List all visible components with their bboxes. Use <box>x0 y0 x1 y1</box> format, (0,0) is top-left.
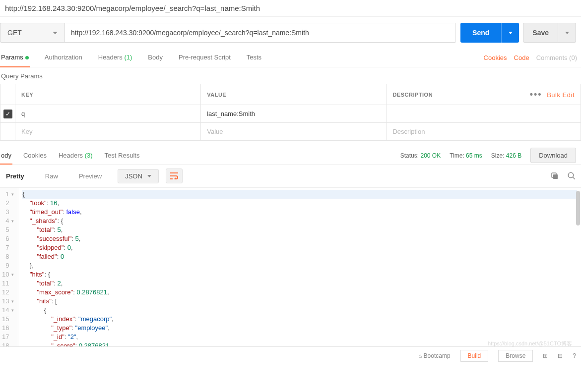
response-body: 1▾234▾5678910▾111213▾14▾15161718 { "took… <box>0 188 581 346</box>
watermark: https://blog.csdn.net/@51CTO博客 <box>488 340 572 347</box>
active-dot-icon <box>25 56 29 59</box>
table-row-empty <box>0 123 581 141</box>
code-line: "took": 16, <box>22 199 577 208</box>
search-icon[interactable] <box>567 171 576 180</box>
tab-prerequest[interactable]: Pre-request Script <box>178 49 232 67</box>
bulk-edit-link[interactable]: Bulk Edit <box>547 91 575 99</box>
view-raw[interactable]: Raw <box>41 169 62 183</box>
title-url: http://192.168.243.30:9200/megacorp/empl… <box>0 0 581 17</box>
send-dropdown[interactable] <box>501 23 519 43</box>
chevron-down-icon <box>565 32 569 34</box>
resp-tab-cookies[interactable]: Cookies <box>22 147 48 164</box>
view-row: Pretty Raw Preview JSON <box>0 165 581 188</box>
view-pretty[interactable]: Pretty <box>2 169 28 183</box>
bootcamp-link[interactable]: ⌂ Bootcamp <box>418 352 451 359</box>
time-meta: Time: 65 ms <box>450 152 482 159</box>
save-button[interactable]: Save <box>523 23 558 43</box>
code-line: "_shards": { <box>22 217 577 225</box>
code-line: "total": 5, <box>22 225 577 234</box>
copy-icon[interactable] <box>550 171 559 180</box>
col-description: DESCRIPTION ••• Bulk Edit <box>387 84 581 105</box>
url-input[interactable] <box>65 23 455 43</box>
code-line: "timed_out": false, <box>22 208 577 217</box>
chevron-down-icon <box>509 32 513 34</box>
footer-icon[interactable]: ⊞ <box>543 352 548 359</box>
response-header: ody Cookies Headers (3) Test Results Sta… <box>0 147 581 165</box>
size-meta: Size: 426 B <box>491 152 521 159</box>
params-table: KEY VALUE DESCRIPTION ••• Bulk Edit ✓ <box>0 84 581 141</box>
param-value-input[interactable] <box>201 105 386 122</box>
param-key-input[interactable] <box>15 123 200 140</box>
resp-tab-headers[interactable]: Headers (3) <box>58 147 94 164</box>
footer: https://blog.csdn.net/@51CTO博客 ⌂ Bootcam… <box>0 346 581 365</box>
code-line: "total": 2, <box>22 279 577 288</box>
tab-headers[interactable]: Headers (1) <box>97 49 133 67</box>
code-link[interactable]: Code <box>514 54 529 61</box>
method-label: GET <box>7 29 22 37</box>
code-line: "_type": "employee", <box>22 324 577 333</box>
status-meta: Status: 200 OK <box>400 152 441 159</box>
code-line: "_index": "megacorp", <box>22 315 577 324</box>
build-tab[interactable]: Build <box>460 350 489 362</box>
cookies-link[interactable]: Cookies <box>484 54 507 61</box>
query-params-label: Query Params <box>0 67 581 84</box>
param-desc-input[interactable] <box>387 123 581 140</box>
code-line: "successful": 5, <box>22 234 577 243</box>
tab-tests[interactable]: Tests <box>246 49 262 67</box>
wrap-lines-button[interactable] <box>166 168 183 183</box>
chevron-down-icon <box>147 175 151 177</box>
resp-tab-body[interactable]: ody <box>0 147 12 164</box>
param-desc-input[interactable] <box>387 105 581 122</box>
code-line: "skipped": 0, <box>22 243 577 252</box>
svg-line-3 <box>573 177 575 179</box>
tab-authorization[interactable]: Authorization <box>44 49 83 67</box>
comments-link[interactable]: Comments (0) <box>536 54 577 61</box>
format-dropdown[interactable]: JSON <box>118 169 159 183</box>
save-dropdown[interactable] <box>558 23 576 43</box>
wrap-icon <box>170 172 179 179</box>
svg-rect-0 <box>553 174 558 179</box>
download-button[interactable]: Download <box>530 148 576 163</box>
footer-icon[interactable]: ⊟ <box>558 352 563 359</box>
table-row: ✓ <box>0 105 581 123</box>
checkbox-checked-icon[interactable]: ✓ <box>3 110 12 118</box>
code-line: "max_score": 0.2876821, <box>22 288 577 297</box>
method-dropdown[interactable]: GET <box>0 23 65 43</box>
scrollbar[interactable] <box>576 191 580 225</box>
code-line: { <box>22 306 577 315</box>
code-line: "failed": 0 <box>22 252 577 261</box>
chevron-down-icon <box>53 32 58 34</box>
request-row: GET Send Save <box>0 17 581 49</box>
tab-params[interactable]: Params <box>0 49 30 67</box>
view-preview[interactable]: Preview <box>75 169 106 183</box>
param-value-input[interactable] <box>201 123 386 140</box>
request-tabs: Params Authorization Headers (1) Body Pr… <box>0 49 581 67</box>
col-key: KEY <box>15 84 201 105</box>
code-line: { <box>22 190 577 199</box>
col-value: VALUE <box>201 84 387 105</box>
send-button[interactable]: Send <box>460 23 501 43</box>
browse-tab[interactable]: Browse <box>498 350 533 362</box>
code-line: }, <box>22 261 577 270</box>
help-icon[interactable]: ? <box>573 352 576 359</box>
svg-point-2 <box>568 172 574 178</box>
resp-tab-tests[interactable]: Test Results <box>104 147 141 164</box>
more-icon[interactable]: ••• <box>527 89 545 99</box>
code-line: "hits": [ <box>22 297 577 306</box>
param-key-input[interactable] <box>15 105 200 122</box>
tab-body[interactable]: Body <box>147 49 164 67</box>
code-line: "hits": { <box>22 270 577 279</box>
